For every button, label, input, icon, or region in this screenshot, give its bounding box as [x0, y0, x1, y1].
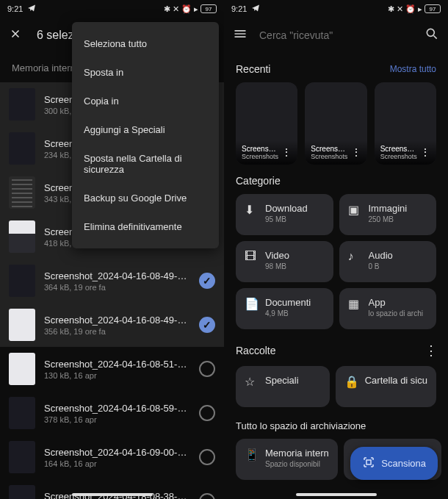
telegram-icon — [251, 4, 260, 14]
bluetooth-icon: ✱ — [388, 4, 394, 14]
categories-header: Categorie — [224, 165, 448, 194]
selection-checkbox[interactable] — [199, 361, 215, 377]
file-thumbnail — [9, 353, 35, 385]
recent-row: Screens… Screenshots ⋮ Screens… Screensh… — [224, 82, 448, 165]
more-icon[interactable]: ⋮ — [351, 148, 363, 160]
menu-select-all[interactable]: Seleziona tutto — [72, 29, 219, 58]
telegram-icon — [27, 4, 36, 14]
file-name: Screenshot_2024-04-16-08-49-0… — [44, 270, 190, 281]
file-info: Screenshot_2024-04-16-08-49-4… 356 kB, 1… — [44, 315, 190, 336]
category-card[interactable]: 🎞 Video 98 MB — [236, 241, 333, 282]
alarm-icon: ⏰ — [405, 4, 416, 14]
collection-icon: 🔒 — [344, 375, 358, 388]
file-info: Screenshot_2024-04-16-08-51-0… 130 kB, 1… — [44, 359, 190, 380]
search-header — [224, 18, 448, 53]
menu-move-secure[interactable]: Sposta nella Cartella di sicurezza — [72, 144, 219, 184]
more-icon[interactable]: ⋮ — [281, 148, 293, 160]
category-icon: ♪ — [348, 250, 361, 263]
file-row[interactable]: Screenshot_2024-04-16-08-59-2… 378 kB, 1… — [0, 391, 224, 435]
categories-title: Categorie — [236, 175, 281, 187]
file-info: Screenshot_2024-04-16-09-00-1… 164 kB, 1… — [44, 447, 190, 468]
category-card[interactable]: ♪ Audio 0 B — [339, 241, 437, 282]
file-row[interactable]: Screenshot_2024-04-16-09-00-1… 164 kB, 1… — [0, 435, 224, 479]
file-name: Screenshot_2024-04-16-08-49-4… — [44, 315, 190, 326]
category-label: Documenti — [265, 297, 311, 308]
category-card[interactable]: ▦ App lo spazio di archi — [339, 288, 437, 329]
alarm-icon: ⏰ — [181, 4, 192, 14]
file-name: Screenshot_2024-04-16-09-00-1… — [44, 447, 190, 458]
menu-backup-drive[interactable]: Backup su Google Drive — [72, 184, 219, 212]
status-bar: 9:21 ✱ ✕ ⏰ ▸ 97 — [0, 0, 224, 18]
left-panel: 9:21 ✱ ✕ ⏰ ▸ 97 6 selezio Memoria intern… — [0, 0, 224, 499]
vibrate-icon: ✕ — [397, 4, 403, 14]
scan-fab[interactable]: Scansiona — [350, 447, 438, 480]
category-sub: 4,9 MB — [265, 309, 311, 317]
file-meta: 164 kB, 16 apr — [44, 459, 190, 468]
file-thumbnail — [9, 132, 35, 165]
nav-bar[interactable] — [296, 493, 377, 496]
file-thumbnail — [9, 265, 35, 297]
recent-show-all[interactable]: Mostra tutto — [390, 64, 436, 74]
category-label: Immagini — [369, 203, 408, 214]
more-icon[interactable]: ⋮ — [420, 148, 432, 160]
file-row[interactable]: Screenshot_2024-04-16-08-51-0… 130 kB, 1… — [0, 347, 224, 391]
category-icon: ⬇ — [245, 203, 258, 216]
close-icon[interactable] — [9, 27, 22, 43]
category-icon: 🎞 — [245, 250, 258, 263]
category-sub: 98 MB — [265, 262, 289, 270]
search-icon[interactable] — [424, 26, 439, 44]
category-label: Audio — [369, 250, 393, 261]
collection-card[interactable]: ☆ Speciali — [236, 366, 330, 407]
selection-checkbox[interactable] — [199, 317, 215, 333]
category-icon: 📄 — [245, 297, 258, 310]
selection-checkbox[interactable] — [199, 493, 215, 499]
collection-card[interactable]: 🔒 Cartella di sicu — [336, 366, 436, 407]
scan-label: Scansiona — [381, 458, 426, 469]
more-icon[interactable]: ⋮ — [424, 342, 436, 359]
file-meta: 356 kB, 19 ore fa — [44, 327, 190, 336]
recent-card[interactable]: Screens… Screenshots ⋮ — [375, 82, 436, 165]
storage-sub: Spazio disponibil — [265, 460, 329, 468]
menu-copy-to[interactable]: Copia in — [72, 87, 219, 115]
storage-card[interactable]: 📱 Memoria intern Spazio disponibil — [236, 439, 338, 480]
menu-add-special[interactable]: Aggiungi a Speciali — [72, 115, 219, 144]
storage-icon: 📱 — [245, 448, 258, 461]
collections-header: Raccolte ⋮ — [224, 329, 448, 366]
selection-checkbox[interactable] — [199, 449, 215, 465]
menu-move-to[interactable]: Sposta in — [72, 58, 219, 87]
category-card[interactable]: 📄 Documenti 4,9 MB — [236, 288, 333, 329]
nav-bar[interactable] — [72, 493, 153, 496]
category-card[interactable]: ▣ Immagini 250 MB — [339, 194, 437, 235]
svg-point-0 — [427, 29, 434, 36]
search-input[interactable] — [259, 29, 413, 41]
category-sub: 250 MB — [369, 215, 408, 223]
context-menu: Seleziona tutto Sposta in Copia in Aggiu… — [72, 22, 219, 248]
category-sub: 95 MB — [265, 215, 308, 223]
file-meta: 378 kB, 16 apr — [44, 415, 190, 424]
file-thumbnail — [9, 441, 35, 473]
wifi-icon: ▸ — [194, 4, 198, 14]
menu-delete-permanent[interactable]: Elimina definitivamente — [72, 212, 219, 241]
file-name: Screenshot_2024-04-16-08-59-2… — [44, 403, 190, 414]
category-sub: lo spazio di archi — [369, 309, 423, 317]
file-row[interactable]: Screenshot_2024-04-16-08-49-0… 364 kB, 1… — [0, 259, 224, 303]
tab-internal-storage[interactable]: Memoria interna — [12, 62, 81, 73]
status-time: 9:21 — [7, 4, 23, 13]
status-bar: 9:21 ✱ ✕ ⏰ ▸ 97 — [224, 0, 448, 18]
collection-label: Cartella di sicu — [365, 375, 427, 386]
collection-label: Speciali — [265, 375, 299, 386]
recent-card[interactable]: Screens… Screenshots ⋮ — [305, 82, 366, 165]
collections-grid: ☆ Speciali🔒 Cartella di sicu — [224, 366, 448, 407]
selection-checkbox[interactable] — [199, 405, 215, 421]
file-thumbnail — [9, 176, 35, 209]
category-card[interactable]: ⬇ Download 95 MB — [236, 194, 333, 235]
recent-card[interactable]: Screens… Screenshots ⋮ — [236, 82, 297, 165]
menu-icon[interactable] — [233, 26, 248, 44]
file-row[interactable]: Screenshot_2024-04-16-08-49-4… 356 kB, 1… — [0, 303, 224, 347]
categories-grid: ⬇ Download 95 MB▣ Immagini 250 MB🎞 Video… — [224, 194, 448, 329]
file-info: Screenshot_2024-04-16-08-59-2… 378 kB, 1… — [44, 403, 190, 424]
bluetooth-icon: ✱ — [164, 4, 170, 14]
file-thumbnail — [9, 88, 35, 121]
selection-checkbox[interactable] — [199, 273, 215, 289]
collection-icon: ☆ — [245, 375, 258, 388]
